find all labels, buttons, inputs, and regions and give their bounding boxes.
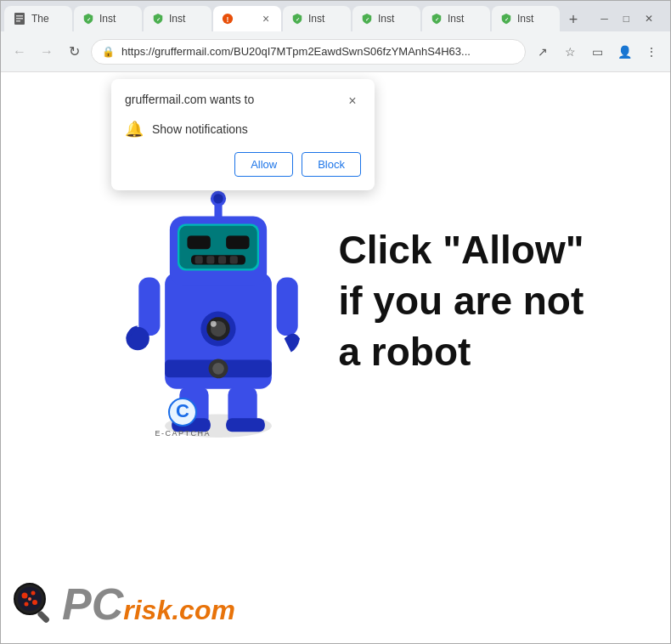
svg-rect-3 bbox=[16, 20, 20, 22]
svg-text:!: ! bbox=[227, 15, 229, 24]
svg-rect-13 bbox=[139, 277, 161, 336]
shield-green-icon-4: ✓ bbox=[361, 13, 373, 25]
popup-row-text: Show notifications bbox=[152, 122, 248, 136]
svg-text:✓: ✓ bbox=[435, 16, 439, 22]
orange-icon: ! bbox=[222, 13, 234, 25]
address-bar: ← → ↻ 🔒 https://gruffermail.com/BU20qI7M… bbox=[1, 31, 670, 72]
pcrisk-risk: risk bbox=[123, 595, 172, 626]
tab-8[interactable]: ✓ Inst bbox=[492, 6, 560, 31]
tab-8-label: Inst bbox=[517, 13, 551, 25]
svg-text:C: C bbox=[176, 400, 189, 421]
tab-6[interactable]: ✓ Inst bbox=[352, 6, 420, 31]
sidebar-button[interactable]: ▭ bbox=[587, 42, 607, 62]
menu-button[interactable]: ⋮ bbox=[641, 42, 662, 62]
robot-svg bbox=[112, 166, 324, 438]
tab-bar: The ✓ Inst ✓ Inst ! × bbox=[1, 1, 670, 31]
browser-window: The ✓ Inst ✓ Inst ! × bbox=[0, 0, 671, 644]
popup-title: gruffermail.com wants to bbox=[125, 93, 254, 106]
pcrisk-icon bbox=[11, 580, 59, 628]
captcha-message: Click "Allow" if you are not a robot bbox=[338, 225, 584, 377]
close-button[interactable]: ✕ bbox=[638, 11, 660, 26]
ecaptcha-label: E-CAPTCHA bbox=[155, 429, 211, 438]
popup-buttons: Allow Block bbox=[125, 152, 361, 177]
svg-rect-36 bbox=[218, 256, 226, 263]
new-tab-button[interactable]: + bbox=[561, 8, 585, 31]
popup-notification-row: 🔔 Show notifications bbox=[125, 120, 361, 138]
shield-green-icon-6: ✓ bbox=[500, 13, 512, 25]
bookmark-button[interactable]: ☆ bbox=[560, 42, 580, 62]
share-button[interactable]: ↗ bbox=[533, 42, 553, 62]
tab-3[interactable]: ✓ Inst bbox=[144, 6, 211, 31]
svg-rect-32 bbox=[227, 235, 250, 249]
tab-7[interactable]: ✓ Inst bbox=[422, 6, 490, 31]
forward-button[interactable]: → bbox=[37, 42, 57, 62]
tab-4-active[interactable]: ! × bbox=[213, 6, 281, 31]
svg-rect-35 bbox=[207, 256, 215, 263]
svg-rect-27 bbox=[227, 418, 266, 432]
svg-rect-37 bbox=[230, 256, 238, 263]
shield-green-icon-2: ✓ bbox=[152, 13, 164, 25]
pcrisk-logo-text: PC risk .com bbox=[62, 579, 235, 630]
window-controls: ─ □ ✕ bbox=[594, 11, 667, 31]
robot-illustration: C E-CAPTCHA bbox=[112, 166, 324, 438]
pcrisk-pc: PC bbox=[62, 579, 123, 630]
svg-point-47 bbox=[32, 600, 37, 605]
tab-1-label: The bbox=[31, 13, 64, 25]
notification-popup: gruffermail.com wants to × 🔔 Show notifi… bbox=[111, 79, 375, 190]
block-button[interactable]: Block bbox=[302, 152, 361, 177]
svg-text:✓: ✓ bbox=[156, 16, 161, 22]
tab-5[interactable]: ✓ Inst bbox=[283, 6, 351, 31]
tab-5-label: Inst bbox=[308, 13, 342, 25]
maximize-button[interactable]: □ bbox=[617, 11, 636, 26]
minimize-button[interactable]: ─ bbox=[594, 11, 615, 26]
doc-icon bbox=[13, 12, 26, 25]
tab-4-close[interactable]: × bbox=[259, 12, 273, 25]
svg-point-40 bbox=[214, 194, 223, 203]
shield-green-icon-3: ✓ bbox=[291, 13, 303, 25]
svg-rect-2 bbox=[16, 18, 23, 20]
allow-button[interactable]: Allow bbox=[234, 152, 293, 177]
tab-3-label: Inst bbox=[169, 13, 203, 25]
url-text: https://gruffermail.com/BU20qI7MTpm2Eawd… bbox=[121, 45, 515, 58]
shield-green-icon-5: ✓ bbox=[431, 13, 443, 25]
captcha-line2: if you are not bbox=[338, 276, 584, 327]
bell-icon: 🔔 bbox=[125, 120, 144, 138]
shield-green-icon: ✓ bbox=[82, 13, 94, 25]
tab-7-label: Inst bbox=[448, 13, 482, 25]
captcha-line1: Click "Allow" bbox=[338, 225, 584, 276]
svg-point-48 bbox=[25, 602, 29, 607]
svg-rect-31 bbox=[188, 235, 211, 249]
tab-2-label: Inst bbox=[99, 13, 133, 25]
svg-rect-15 bbox=[277, 277, 298, 336]
ecaptcha-logo: C bbox=[167, 397, 198, 427]
pcrisk-footer: PC risk .com bbox=[11, 579, 235, 630]
profile-button[interactable]: 👤 bbox=[614, 42, 634, 62]
svg-point-45 bbox=[22, 593, 28, 599]
ecaptcha-badge: C E-CAPTCHA bbox=[155, 397, 211, 438]
svg-rect-34 bbox=[195, 256, 203, 263]
svg-text:✓: ✓ bbox=[296, 16, 300, 22]
svg-point-19 bbox=[213, 363, 225, 375]
tab-1[interactable]: The bbox=[4, 6, 72, 31]
url-bar[interactable]: 🔒 https://gruffermail.com/BU20qI7MTpm2Ea… bbox=[91, 39, 526, 65]
svg-text:✓: ✓ bbox=[87, 16, 91, 22]
svg-point-49 bbox=[28, 597, 31, 601]
back-button[interactable]: ← bbox=[9, 42, 30, 62]
svg-point-46 bbox=[31, 591, 36, 596]
svg-text:✓: ✓ bbox=[365, 16, 369, 22]
pcrisk-com: .com bbox=[172, 595, 235, 626]
content-area: gruffermail.com wants to × 🔔 Show notifi… bbox=[1, 72, 670, 643]
popup-header: gruffermail.com wants to × bbox=[125, 93, 361, 110]
svg-point-23 bbox=[211, 321, 217, 327]
lock-icon: 🔒 bbox=[102, 46, 115, 58]
refresh-button[interactable]: ↻ bbox=[64, 42, 84, 62]
tab-2[interactable]: ✓ Inst bbox=[74, 6, 142, 31]
svg-text:✓: ✓ bbox=[505, 16, 509, 22]
captcha-line3: a robot bbox=[338, 327, 584, 378]
popup-close-button[interactable]: × bbox=[344, 93, 361, 110]
svg-rect-1 bbox=[16, 15, 23, 17]
tab-6-label: Inst bbox=[378, 13, 412, 25]
